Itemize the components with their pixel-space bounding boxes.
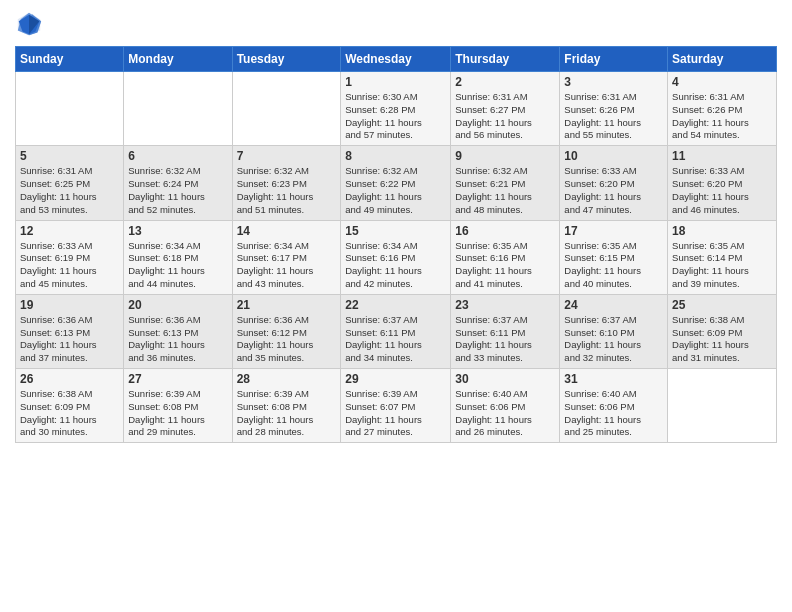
- day-number: 12: [20, 224, 119, 238]
- calendar-cell: 21Sunrise: 6:36 AM Sunset: 6:12 PM Dayli…: [232, 294, 341, 368]
- calendar-cell: 17Sunrise: 6:35 AM Sunset: 6:15 PM Dayli…: [560, 220, 668, 294]
- calendar-cell: 3Sunrise: 6:31 AM Sunset: 6:26 PM Daylig…: [560, 72, 668, 146]
- calendar-cell: 12Sunrise: 6:33 AM Sunset: 6:19 PM Dayli…: [16, 220, 124, 294]
- day-of-week-header: Thursday: [451, 47, 560, 72]
- calendar-cell: 1Sunrise: 6:30 AM Sunset: 6:28 PM Daylig…: [341, 72, 451, 146]
- day-of-week-header: Saturday: [668, 47, 777, 72]
- day-info: Sunrise: 6:38 AM Sunset: 6:09 PM Dayligh…: [672, 314, 772, 365]
- calendar-week-row: 5Sunrise: 6:31 AM Sunset: 6:25 PM Daylig…: [16, 146, 777, 220]
- day-number: 23: [455, 298, 555, 312]
- header: [15, 10, 777, 38]
- day-number: 2: [455, 75, 555, 89]
- day-number: 20: [128, 298, 227, 312]
- calendar-week-row: 26Sunrise: 6:38 AM Sunset: 6:09 PM Dayli…: [16, 369, 777, 443]
- day-info: Sunrise: 6:40 AM Sunset: 6:06 PM Dayligh…: [455, 388, 555, 439]
- day-number: 24: [564, 298, 663, 312]
- calendar-cell: 5Sunrise: 6:31 AM Sunset: 6:25 PM Daylig…: [16, 146, 124, 220]
- day-info: Sunrise: 6:38 AM Sunset: 6:09 PM Dayligh…: [20, 388, 119, 439]
- day-info: Sunrise: 6:33 AM Sunset: 6:19 PM Dayligh…: [20, 240, 119, 291]
- day-info: Sunrise: 6:31 AM Sunset: 6:26 PM Dayligh…: [564, 91, 663, 142]
- day-info: Sunrise: 6:31 AM Sunset: 6:26 PM Dayligh…: [672, 91, 772, 142]
- day-number: 26: [20, 372, 119, 386]
- day-number: 6: [128, 149, 227, 163]
- calendar-cell: 16Sunrise: 6:35 AM Sunset: 6:16 PM Dayli…: [451, 220, 560, 294]
- calendar-cell: 30Sunrise: 6:40 AM Sunset: 6:06 PM Dayli…: [451, 369, 560, 443]
- day-info: Sunrise: 6:36 AM Sunset: 6:12 PM Dayligh…: [237, 314, 337, 365]
- calendar-cell: 23Sunrise: 6:37 AM Sunset: 6:11 PM Dayli…: [451, 294, 560, 368]
- day-info: Sunrise: 6:35 AM Sunset: 6:16 PM Dayligh…: [455, 240, 555, 291]
- calendar-table: SundayMondayTuesdayWednesdayThursdayFrid…: [15, 46, 777, 443]
- day-info: Sunrise: 6:32 AM Sunset: 6:23 PM Dayligh…: [237, 165, 337, 216]
- logo-icon: [15, 10, 43, 38]
- day-info: Sunrise: 6:40 AM Sunset: 6:06 PM Dayligh…: [564, 388, 663, 439]
- calendar-cell: 28Sunrise: 6:39 AM Sunset: 6:08 PM Dayli…: [232, 369, 341, 443]
- day-info: Sunrise: 6:33 AM Sunset: 6:20 PM Dayligh…: [564, 165, 663, 216]
- day-number: 3: [564, 75, 663, 89]
- day-number: 28: [237, 372, 337, 386]
- day-info: Sunrise: 6:31 AM Sunset: 6:25 PM Dayligh…: [20, 165, 119, 216]
- header-row: SundayMondayTuesdayWednesdayThursdayFrid…: [16, 47, 777, 72]
- page-container: SundayMondayTuesdayWednesdayThursdayFrid…: [0, 0, 792, 453]
- calendar-cell: 19Sunrise: 6:36 AM Sunset: 6:13 PM Dayli…: [16, 294, 124, 368]
- calendar-cell: 20Sunrise: 6:36 AM Sunset: 6:13 PM Dayli…: [124, 294, 232, 368]
- calendar-cell: 31Sunrise: 6:40 AM Sunset: 6:06 PM Dayli…: [560, 369, 668, 443]
- logo: [15, 10, 47, 38]
- day-number: 21: [237, 298, 337, 312]
- calendar-week-row: 12Sunrise: 6:33 AM Sunset: 6:19 PM Dayli…: [16, 220, 777, 294]
- day-number: 16: [455, 224, 555, 238]
- calendar-cell: 7Sunrise: 6:32 AM Sunset: 6:23 PM Daylig…: [232, 146, 341, 220]
- day-info: Sunrise: 6:35 AM Sunset: 6:14 PM Dayligh…: [672, 240, 772, 291]
- calendar-cell: 8Sunrise: 6:32 AM Sunset: 6:22 PM Daylig…: [341, 146, 451, 220]
- calendar-cell: 29Sunrise: 6:39 AM Sunset: 6:07 PM Dayli…: [341, 369, 451, 443]
- day-info: Sunrise: 6:34 AM Sunset: 6:17 PM Dayligh…: [237, 240, 337, 291]
- day-info: Sunrise: 6:35 AM Sunset: 6:15 PM Dayligh…: [564, 240, 663, 291]
- day-info: Sunrise: 6:36 AM Sunset: 6:13 PM Dayligh…: [128, 314, 227, 365]
- day-info: Sunrise: 6:31 AM Sunset: 6:27 PM Dayligh…: [455, 91, 555, 142]
- day-info: Sunrise: 6:39 AM Sunset: 6:08 PM Dayligh…: [237, 388, 337, 439]
- day-info: Sunrise: 6:32 AM Sunset: 6:24 PM Dayligh…: [128, 165, 227, 216]
- calendar-cell: 22Sunrise: 6:37 AM Sunset: 6:11 PM Dayli…: [341, 294, 451, 368]
- day-number: 19: [20, 298, 119, 312]
- day-number: 27: [128, 372, 227, 386]
- calendar-cell: 9Sunrise: 6:32 AM Sunset: 6:21 PM Daylig…: [451, 146, 560, 220]
- day-info: Sunrise: 6:36 AM Sunset: 6:13 PM Dayligh…: [20, 314, 119, 365]
- day-number: 17: [564, 224, 663, 238]
- calendar-cell: [232, 72, 341, 146]
- calendar-cell: 25Sunrise: 6:38 AM Sunset: 6:09 PM Dayli…: [668, 294, 777, 368]
- day-number: 30: [455, 372, 555, 386]
- calendar-cell: 15Sunrise: 6:34 AM Sunset: 6:16 PM Dayli…: [341, 220, 451, 294]
- day-info: Sunrise: 6:34 AM Sunset: 6:16 PM Dayligh…: [345, 240, 446, 291]
- calendar-week-row: 19Sunrise: 6:36 AM Sunset: 6:13 PM Dayli…: [16, 294, 777, 368]
- day-info: Sunrise: 6:33 AM Sunset: 6:20 PM Dayligh…: [672, 165, 772, 216]
- day-info: Sunrise: 6:37 AM Sunset: 6:10 PM Dayligh…: [564, 314, 663, 365]
- day-info: Sunrise: 6:37 AM Sunset: 6:11 PM Dayligh…: [455, 314, 555, 365]
- calendar-week-row: 1Sunrise: 6:30 AM Sunset: 6:28 PM Daylig…: [16, 72, 777, 146]
- day-info: Sunrise: 6:32 AM Sunset: 6:21 PM Dayligh…: [455, 165, 555, 216]
- day-number: 31: [564, 372, 663, 386]
- calendar-cell: 10Sunrise: 6:33 AM Sunset: 6:20 PM Dayli…: [560, 146, 668, 220]
- day-info: Sunrise: 6:37 AM Sunset: 6:11 PM Dayligh…: [345, 314, 446, 365]
- day-number: 14: [237, 224, 337, 238]
- calendar-cell: 27Sunrise: 6:39 AM Sunset: 6:08 PM Dayli…: [124, 369, 232, 443]
- day-info: Sunrise: 6:30 AM Sunset: 6:28 PM Dayligh…: [345, 91, 446, 142]
- day-number: 11: [672, 149, 772, 163]
- day-info: Sunrise: 6:39 AM Sunset: 6:07 PM Dayligh…: [345, 388, 446, 439]
- day-number: 18: [672, 224, 772, 238]
- calendar-cell: 4Sunrise: 6:31 AM Sunset: 6:26 PM Daylig…: [668, 72, 777, 146]
- calendar-cell: 13Sunrise: 6:34 AM Sunset: 6:18 PM Dayli…: [124, 220, 232, 294]
- calendar-cell: 24Sunrise: 6:37 AM Sunset: 6:10 PM Dayli…: [560, 294, 668, 368]
- day-number: 1: [345, 75, 446, 89]
- day-of-week-header: Sunday: [16, 47, 124, 72]
- day-of-week-header: Friday: [560, 47, 668, 72]
- day-number: 22: [345, 298, 446, 312]
- day-number: 7: [237, 149, 337, 163]
- day-number: 15: [345, 224, 446, 238]
- calendar-cell: 2Sunrise: 6:31 AM Sunset: 6:27 PM Daylig…: [451, 72, 560, 146]
- day-number: 25: [672, 298, 772, 312]
- calendar-cell: [16, 72, 124, 146]
- calendar-cell: 18Sunrise: 6:35 AM Sunset: 6:14 PM Dayli…: [668, 220, 777, 294]
- day-number: 8: [345, 149, 446, 163]
- day-of-week-header: Tuesday: [232, 47, 341, 72]
- calendar-cell: 6Sunrise: 6:32 AM Sunset: 6:24 PM Daylig…: [124, 146, 232, 220]
- day-of-week-header: Monday: [124, 47, 232, 72]
